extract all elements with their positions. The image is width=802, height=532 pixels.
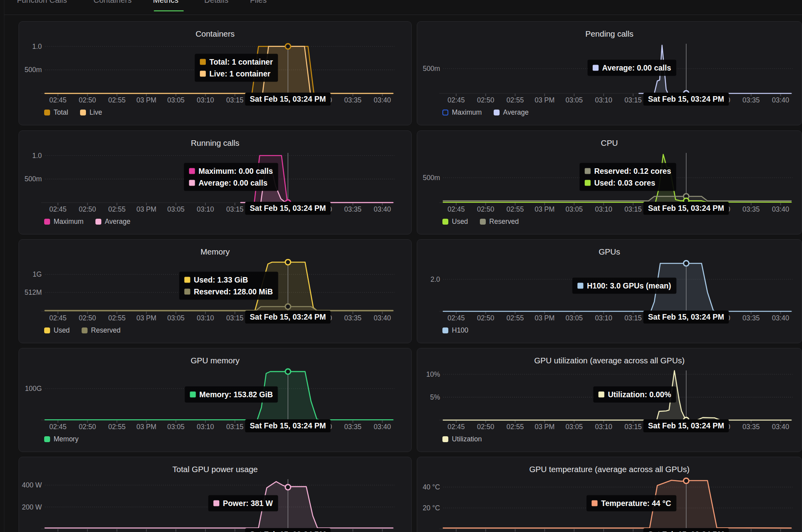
legend-label: H100: [452, 326, 468, 335]
x-axis-label: 03:35: [735, 314, 768, 322]
crosshair-date-tooltip: Sat Feb 15, 03:24 PM: [643, 528, 729, 532]
legend-item-memory[interactable]: Memory: [44, 435, 78, 443]
x-axis-label: 03 PM: [528, 96, 561, 104]
crosshair-date-tooltip: Sat Feb 15, 03:24 PM: [245, 419, 331, 432]
chart-card-gpus: GPUs2.002:4502:5002:5503 PM03:0503:1003:…: [417, 239, 802, 343]
tab-files[interactable]: Files: [250, 0, 267, 5]
x-axis-label: 02:50: [71, 423, 104, 431]
y-axis-label: 500m: [19, 175, 42, 183]
x-axis-label: 03:10: [587, 205, 620, 214]
chart-title: GPU utilization (average across all GPUs…: [417, 356, 802, 365]
tab-containers[interactable]: Containers: [93, 0, 132, 5]
chart-title: Containers: [19, 29, 411, 39]
chart-title: GPU temperature (average across all GPUs…: [417, 465, 802, 474]
chart-title: Total GPU power usage: [19, 465, 411, 474]
x-axis-label: 03 PM: [130, 205, 163, 214]
legend-item-total[interactable]: Total: [44, 108, 68, 117]
legend-label: Live: [90, 108, 102, 117]
x-axis-label: 02:55: [499, 314, 532, 322]
active-tab-underline: [154, 10, 184, 11]
legend-item-average[interactable]: Average: [494, 108, 529, 117]
chart-tooltip: Used: 1.33 GiBReserved: 128.00 MiB: [179, 272, 278, 300]
legend-label: Total: [54, 108, 68, 117]
chart-tooltip: Average: 0.00 calls: [588, 60, 676, 76]
x-axis-label: 03:40: [764, 96, 797, 104]
legend-swatch: [95, 219, 101, 225]
crosshair-marker-memory: [285, 369, 291, 374]
legend-item-h100[interactable]: H100: [442, 326, 468, 335]
x-axis-label: 02:50: [469, 314, 502, 322]
crosshair-date-tooltip: Sat Feb 15, 03:24 PM: [643, 202, 729, 215]
tooltip-row: Temperature: 44 °C: [591, 499, 671, 508]
x-axis-label: 03:10: [189, 314, 222, 322]
x-axis-label: 02:55: [499, 205, 532, 214]
y-axis-label: 1.0: [19, 43, 42, 51]
chart-tooltip: Total: 1 containerLive: 1 container: [195, 54, 278, 82]
tab-bar: Function Calls Containers Metrics Detail…: [0, 0, 802, 15]
chart-tooltip: Temperature: 44 °C: [586, 495, 676, 512]
y-axis-label: 500m: [417, 174, 440, 182]
x-axis-label: 03:10: [189, 205, 222, 214]
tooltip-text: Maximum: 0.00 calls: [198, 167, 273, 176]
x-axis-label: 02:45: [440, 205, 473, 214]
x-axis-label: 03:40: [366, 205, 399, 214]
x-axis-label: 02:50: [469, 423, 502, 431]
x-axis-label: 03:05: [159, 205, 192, 214]
legend-item-live[interactable]: Live: [80, 108, 102, 117]
tooltip-row: Average: 0.00 calls: [593, 63, 671, 73]
x-axis-label: 03:10: [587, 96, 620, 104]
y-axis-label: 20 °C: [417, 504, 440, 512]
tooltip-swatch: [585, 180, 591, 186]
x-axis-label: 03:05: [558, 314, 591, 322]
x-axis-label: 03:05: [558, 96, 591, 104]
x-axis-label: 03:10: [189, 423, 222, 431]
legend-item-maximum[interactable]: Maximum: [442, 108, 482, 117]
x-axis-label: 02:50: [71, 205, 104, 214]
tooltip-row: Average: 0.00 calls: [189, 179, 273, 188]
x-axis-label: 03:05: [159, 314, 192, 322]
y-axis-label: 500m: [417, 65, 440, 73]
chart-card-gpu-utilization-average-across-all-gpus: GPU utilization (average across all GPUs…: [417, 348, 802, 452]
legend-label: Memory: [54, 435, 78, 443]
y-axis-label: 5%: [417, 393, 440, 402]
crosshair-marker-reserved: [285, 304, 291, 309]
tab-metrics[interactable]: Metrics: [153, 0, 178, 5]
legend-swatch: [442, 219, 448, 225]
x-axis-label: 03:05: [159, 423, 192, 431]
chart-title: Memory: [19, 247, 411, 257]
tooltip-text: H100: 3.0 GPUs (mean): [587, 281, 671, 290]
legend-swatch: [442, 110, 448, 115]
x-axis-label: 03:35: [735, 205, 768, 214]
left-border-rule: [4, 0, 4, 532]
legend-item-average[interactable]: Average: [95, 218, 131, 226]
legend-item-maximum[interactable]: Maximum: [44, 218, 84, 226]
tooltip-swatch: [599, 392, 604, 398]
tooltip-row: Reserved: 128.00 MiB: [184, 287, 273, 296]
legend-item-utilization[interactable]: Utilization: [442, 435, 482, 443]
crosshair-marker-total: [285, 44, 291, 49]
chart-legend: Memory: [44, 435, 78, 443]
tooltip-text: Memory: 153.82 GiB: [200, 390, 273, 399]
x-axis-label: 02:45: [440, 96, 473, 104]
legend-label: Used: [452, 218, 468, 226]
legend-label: Used: [54, 326, 70, 335]
y-axis-label: 200 W: [19, 503, 42, 512]
legend-item-used[interactable]: Used: [442, 218, 468, 226]
crosshair-marker-h100: [684, 260, 689, 266]
tab-function-calls[interactable]: Function Calls: [17, 0, 67, 5]
tab-details[interactable]: Details: [204, 0, 228, 5]
legend-item-used[interactable]: Used: [44, 326, 70, 335]
x-axis-label: 02:55: [101, 96, 134, 104]
tooltip-swatch: [189, 168, 195, 174]
legend-item-reserved[interactable]: Reserved: [82, 326, 121, 335]
x-axis-label: 03:40: [764, 314, 797, 322]
chart-card-total-gpu-power-usage: Total GPU power usage400 W200 W02:4502:5…: [19, 457, 412, 532]
legend-item-reserved[interactable]: Reserved: [480, 218, 519, 226]
tooltip-row: H100: 3.0 GPUs (mean): [577, 281, 671, 290]
tooltip-row: Live: 1 container: [200, 69, 273, 78]
crosshair-date-tooltip: Sat Feb 15, 03:24 PM: [643, 93, 729, 106]
tooltip-text: Reserved: 128.00 MiB: [194, 287, 273, 296]
legend-swatch: [44, 110, 50, 115]
chart-card-memory: Memory1G512M02:4502:5002:5503 PM03:0503:…: [19, 239, 412, 343]
legend-swatch: [44, 436, 50, 442]
